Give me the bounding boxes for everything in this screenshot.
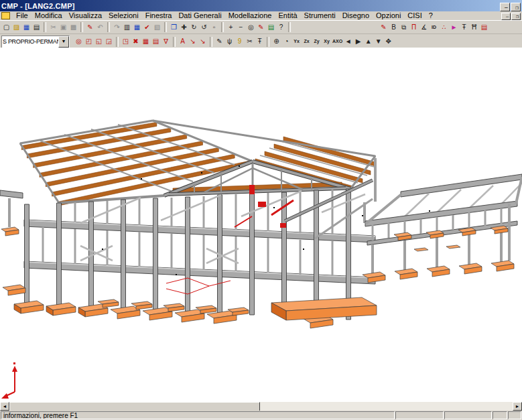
select-arrow-button[interactable]: ► bbox=[449, 22, 459, 33]
mesh-tool-button[interactable]: ▤ bbox=[479, 22, 489, 33]
open-file-button[interactable]: ▨ bbox=[11, 22, 21, 33]
toolbar-group: A↘↘ bbox=[178, 36, 208, 47]
zoom-in-button[interactable]: + bbox=[226, 22, 236, 33]
properties-pen-button[interactable]: ✎ bbox=[214, 36, 224, 47]
select-window-button[interactable]: ◰ bbox=[84, 36, 94, 47]
toolbar-group: ✎↶ bbox=[85, 22, 105, 33]
mdi-restore-button[interactable]: ❐ bbox=[511, 13, 521, 20]
clip-plane-button[interactable]: ✂ bbox=[245, 36, 255, 47]
label-text-button[interactable]: A bbox=[178, 36, 188, 47]
menu-item-strumenti[interactable]: Strumenti bbox=[301, 11, 339, 20]
toolbar-separator bbox=[288, 22, 291, 32]
undo-button[interactable]: ↶ bbox=[95, 22, 105, 33]
copy-button[interactable]: ▣ bbox=[58, 22, 68, 33]
zoom-out-button[interactable]: − bbox=[236, 22, 246, 33]
toolbar-separator bbox=[116, 37, 119, 47]
toolbar-separator bbox=[173, 37, 176, 47]
menu-item-help[interactable]: ? bbox=[426, 11, 436, 20]
menu-item-selezioni[interactable]: Selezioni bbox=[105, 11, 142, 20]
deselect-all-button[interactable]: ✖ bbox=[131, 36, 141, 47]
step-up-button[interactable]: ▲ bbox=[363, 36, 373, 47]
copy-entity-button[interactable]: ⧉ bbox=[399, 22, 409, 33]
select-grid-button[interactable]: ▦ bbox=[141, 36, 151, 47]
node-generate-button[interactable]: ∴ bbox=[439, 22, 449, 33]
measure-button[interactable]: ∡ bbox=[419, 22, 429, 33]
zoom-extents-button[interactable]: ◎ bbox=[246, 22, 256, 33]
model-viewport[interactable] bbox=[0, 48, 522, 402]
toolbar-separator bbox=[210, 37, 212, 47]
menu-item-file[interactable]: File bbox=[13, 11, 31, 20]
hammer-tool-button[interactable]: Ŧ bbox=[459, 22, 469, 33]
red-arrow-2-button[interactable]: ↘ bbox=[198, 36, 208, 47]
toolbar-separator bbox=[44, 22, 46, 32]
step-down-button[interactable]: ▼ bbox=[373, 36, 383, 47]
combo-dropdown-arrow[interactable]: ▼ bbox=[58, 36, 69, 48]
menu-item-modifica[interactable]: Modifica bbox=[31, 11, 66, 20]
offset-entity-button[interactable]: Π bbox=[409, 22, 419, 33]
menu-item-disegno[interactable]: Disegno bbox=[339, 11, 373, 20]
library-book-button[interactable]: ▤ bbox=[266, 22, 276, 33]
load-case-value: S PROPRIO-PERMANENTE bbox=[2, 38, 58, 45]
grab-hand-button[interactable]: ✥ bbox=[383, 36, 393, 47]
menu-item-cisi[interactable]: CISI bbox=[404, 11, 425, 20]
orbit-view-button[interactable]: ↺ bbox=[199, 22, 209, 33]
menu-item-dati-generali[interactable]: Dati Generali bbox=[175, 11, 224, 20]
step-previous-button[interactable]: ◄ bbox=[343, 36, 353, 47]
paste-button[interactable]: ▩ bbox=[68, 22, 78, 33]
stamp-button[interactable]: ▧ bbox=[152, 22, 162, 33]
scrollbar-track[interactable] bbox=[260, 402, 513, 411]
zoom-dynamic-button[interactable]: ⊕ bbox=[271, 36, 281, 47]
erase-entity-button[interactable]: B bbox=[389, 22, 399, 33]
view-axo-button[interactable]: AXO bbox=[332, 36, 343, 47]
scroll-left-button[interactable]: ◄ bbox=[0, 402, 9, 411]
view-xy-button[interactable]: Xy bbox=[322, 36, 332, 47]
rotate-view-button[interactable]: ↻ bbox=[189, 22, 199, 33]
scroll-right-button[interactable]: ► bbox=[513, 402, 522, 411]
edit-pen-button[interactable]: ✎ bbox=[85, 22, 95, 33]
zoom-selection-button[interactable]: ◎ bbox=[74, 36, 84, 47]
redo-button[interactable]: ↷ bbox=[112, 22, 122, 33]
view-zx-button[interactable]: Zx bbox=[302, 36, 312, 47]
restore-button[interactable]: ❐ bbox=[511, 3, 521, 11]
section-tool-button[interactable]: Ŧ bbox=[255, 36, 265, 47]
toolbar-selection-icons: ◎◰◱◲◳✖▦▤∇A↘↘✎ψ9✂Ŧ⊕◔YxZxZyXyAXO◄▶▲▼✥ bbox=[74, 36, 393, 47]
menu-item-finestra[interactable]: Finestra bbox=[142, 11, 176, 20]
draw-pen-button[interactable]: ✎ bbox=[379, 22, 389, 33]
step-next-button[interactable]: ▶ bbox=[353, 36, 363, 47]
tile-window-button[interactable]: ❐ bbox=[169, 22, 179, 33]
load-case-combobox[interactable]: S PROPRIO-PERMANENTE ▼ bbox=[1, 36, 70, 48]
new-file-button[interactable]: ▢ bbox=[1, 22, 11, 33]
menu-item-opzioni[interactable]: Opzioni bbox=[373, 11, 404, 20]
red-arrow-1-button[interactable]: ↘ bbox=[188, 36, 198, 47]
title-bar[interactable]: CMP - [LANG2.CMP] –❐ bbox=[0, 0, 522, 11]
save-file-button[interactable]: ▦ bbox=[21, 22, 31, 33]
selection-filter-button[interactable]: ∇ bbox=[161, 36, 171, 47]
select-polygon-button[interactable]: ◳ bbox=[121, 36, 131, 47]
grid-table-button[interactable]: ▦ bbox=[132, 22, 142, 33]
menu-item-visualizza[interactable]: Visualizza bbox=[66, 11, 105, 20]
mdi-minimize-button[interactable]: – bbox=[501, 13, 511, 20]
check-model-button[interactable]: ✔ bbox=[142, 22, 152, 33]
print-preview-button[interactable]: ▥ bbox=[122, 22, 132, 33]
orbit-dynamic-button[interactable]: ◔ bbox=[281, 36, 291, 47]
view-zy-button[interactable]: Zy bbox=[312, 36, 322, 47]
menu-item-entit-[interactable]: Entità bbox=[275, 11, 300, 20]
select-fence-button[interactable]: ▤ bbox=[151, 36, 161, 47]
horizontal-scrollbar[interactable]: ◄ ► bbox=[0, 402, 522, 411]
render-bulb-button[interactable]: 9 bbox=[235, 36, 245, 47]
wireframe-mode-button[interactable]: ψ bbox=[224, 36, 235, 47]
select-crossing-button[interactable]: ◱ bbox=[94, 36, 104, 47]
view-yx-button[interactable]: Yx bbox=[291, 36, 302, 47]
context-help-button[interactable]: ? bbox=[276, 22, 286, 33]
pan-view-button[interactable]: ✚ bbox=[179, 22, 189, 33]
cut-button[interactable]: ✂ bbox=[48, 22, 58, 33]
select-previous-button[interactable]: ◲ bbox=[104, 36, 114, 47]
redline-pen-button[interactable]: ✎ bbox=[256, 22, 266, 33]
menu-item-modellazione[interactable]: Modellazione bbox=[225, 11, 275, 20]
double-hammer-tool-button[interactable]: Ħ bbox=[469, 22, 479, 33]
toolbar-group: ▢▨▦▤ bbox=[1, 22, 42, 33]
zoom-window-button[interactable]: ▫ bbox=[209, 22, 219, 33]
print-button[interactable]: ▤ bbox=[31, 22, 42, 33]
entity-id-button[interactable]: ID bbox=[429, 22, 439, 33]
minimize-button[interactable]: – bbox=[500, 3, 510, 11]
